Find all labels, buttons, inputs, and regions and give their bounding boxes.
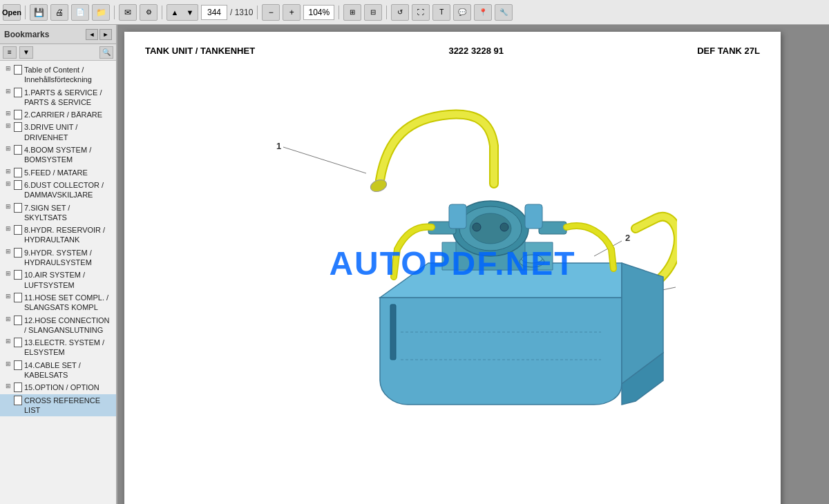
p12-icon (14, 316, 22, 325)
sidebar-item-p1[interactable]: ⊞ 1.PARTS & SERVICE / PARTS & SERVICE (0, 86, 116, 109)
sidebar-item-p13[interactable]: ⊞ 13.ELECTR. SYSTEM / ELSYSTEM (0, 336, 116, 359)
rotate-button[interactable]: ↺ (391, 4, 409, 21)
p9-icon (14, 248, 22, 258)
save-button[interactable]: 💾 (30, 4, 48, 21)
sidebar-expand-button[interactable]: ► (99, 29, 112, 40)
separator-2 (114, 6, 115, 19)
page-title-left: TANK UNIT / TANKENHET (145, 46, 255, 56)
sidebar-list-view-button[interactable]: ≡ (3, 46, 17, 59)
svg-rect-14 (525, 204, 542, 229)
tree-expand-p15: ⊞ (4, 382, 12, 391)
sidebar-item-p15[interactable]: ⊞ 15.OPTION / OPTION (0, 381, 116, 394)
sidebar-item-p14[interactable]: ⊞ 14.CABLE SET / KABELSATS (0, 359, 116, 382)
scan-button[interactable]: 📄 (71, 4, 89, 21)
annotation-button[interactable]: 💬 (453, 4, 471, 21)
p3-label: 3.DRIVE UNIT / DRIVENHET (24, 122, 113, 142)
crl-label: CROSS REFERENCE LIST (24, 396, 113, 416)
sidebar-options-button[interactable]: ▼ (19, 46, 33, 59)
zoom-out-button[interactable]: − (262, 4, 280, 21)
svg-rect-12 (539, 222, 566, 234)
tree-expand-p7: ⊞ (4, 203, 12, 211)
p7-label: 7.SIGN SET / SKYLTSATS (24, 203, 113, 223)
document-page: TANK UNIT / TANKENHET 3222 3228 91 DEF T… (124, 32, 781, 504)
p2-label: 2.CARRIER / BÄRARE (24, 110, 113, 119)
separator-3 (162, 6, 162, 19)
sidebar-item-p5[interactable]: ⊞ 5.FEED / MATARE (0, 166, 116, 179)
sidebar-item-crl[interactable]: CROSS REFERENCE LIST (0, 394, 116, 417)
p10-icon (14, 270, 22, 280)
fit-width-button[interactable]: ⊞ (343, 4, 361, 21)
folder-button[interactable]: 📁 (92, 4, 110, 21)
sidebar-item-p8[interactable]: ⊞ 8.HYDR. RESERVOIR / HYDRAULTANK (0, 224, 116, 246)
tree-expand-p3: ⊞ (4, 122, 12, 130)
sidebar-item-p2[interactable]: ⊞ 2.CARRIER / BÄRARE (0, 108, 116, 121)
sidebar-item-p12[interactable]: ⊞ 12.HOSE CONNECTION / SLANGANSLUTNING (0, 314, 116, 337)
main-area: Bookmarks ◄ ► ≡ ▼ 🔍 ⊞ Table of Content /… (0, 25, 829, 504)
p5-icon (14, 168, 22, 177)
sidebar-item-p6[interactable]: ⊞ 6.DUST COLLECTOR / DAMMAVSKILJARE (0, 179, 116, 202)
p1-icon (14, 88, 22, 97)
p11-label: 11.HOSE SET COMPL. / SLANGSATS KOMPL (24, 293, 113, 313)
extra-button[interactable]: 🔧 (495, 4, 513, 21)
sidebar-item-toc[interactable]: ⊞ Table of Content / Innehållsförtecknin… (0, 64, 116, 86)
p4-label: 4.BOOM SYSTEM / BOMSYSTEM (24, 145, 113, 165)
separator-4 (257, 6, 258, 19)
tree-expand-p5: ⊞ (4, 168, 12, 176)
zoom-in-button[interactable]: + (283, 4, 301, 21)
p14-label: 14.CABLE SET / KABELSATS (24, 360, 113, 380)
svg-point-2 (369, 177, 388, 193)
p7-icon (14, 203, 22, 213)
sidebar-item-p7[interactable]: ⊞ 7.SIGN SET / SKYLTSATS (0, 202, 116, 224)
p13-label: 13.ELECTR. SYSTEM / ELSYSTEM (24, 338, 113, 358)
sidebar-item-p11[interactable]: ⊞ 11.HOSE SET COMPL. / SLANGSATS KOMPL (0, 291, 116, 314)
p13-icon (14, 338, 22, 347)
open-button[interactable]: Open (3, 4, 21, 21)
p12-label: 12.HOSE CONNECTION / SLANGANSLUTNING (24, 316, 113, 336)
tree-expand-p1: ⊞ (4, 88, 12, 96)
tree-expand-p6: ⊞ (4, 180, 12, 188)
svg-line-1 (283, 147, 366, 173)
fullscreen-button[interactable]: ⛶ (412, 4, 430, 21)
sidebar-search-button[interactable]: 🔍 (99, 46, 113, 59)
fit-page-button[interactable]: ⊟ (364, 4, 382, 21)
sidebar-collapse-button[interactable]: ◄ (86, 29, 98, 40)
sidebar-header: Bookmarks ◄ ► (0, 25, 116, 44)
svg-point-16 (500, 223, 508, 231)
total-pages-label: / 1310 (230, 8, 253, 17)
properties-button[interactable]: ⚙ (140, 4, 158, 21)
callout-button[interactable]: 📍 (474, 4, 492, 21)
svg-rect-21 (390, 304, 396, 360)
nav-up-button[interactable]: ▲ (167, 5, 182, 20)
text-tool-button[interactable]: T (432, 4, 450, 21)
nav-down-button[interactable]: ▼ (182, 5, 198, 20)
tree-expand-p12: ⊞ (4, 316, 12, 324)
separator-6 (386, 6, 387, 19)
sidebar-item-p3[interactable]: ⊞ 3.DRIVE UNIT / DRIVENHET (0, 121, 116, 144)
tree-expand-p11: ⊞ (4, 293, 12, 301)
sidebar-item-p4[interactable]: ⊞ 4.BOOM SYSTEM / BOMSYSTEM (0, 144, 116, 166)
email-button[interactable]: ✉ (119, 4, 137, 21)
toolbar: Open 💾 🖨 📄 📁 ✉ ⚙ ▲ ▼ / 1310 − + ⊞ ⊟ ↺ ⛶ … (0, 0, 829, 25)
p4-icon (14, 145, 22, 155)
p8-icon (14, 225, 22, 235)
separator-1 (25, 6, 26, 19)
p6-label: 6.DUST COLLECTOR / DAMMAVSKILJARE (24, 180, 113, 200)
p2-icon (14, 110, 22, 119)
print-button[interactable]: 🖨 (50, 4, 68, 21)
p15-icon (14, 382, 22, 392)
diagram-container: AUTOPDF.NET 1 (145, 63, 760, 463)
svg-rect-13 (449, 204, 466, 229)
svg-point-15 (473, 223, 481, 231)
svg-text:2: 2 (625, 233, 630, 243)
sidebar-item-p9[interactable]: ⊞ 9.HYDR. SYSTEM / HYDRAULSYSTEM (0, 246, 116, 269)
tree-expand-p2: ⊞ (4, 110, 12, 118)
crl-icon (14, 396, 22, 405)
page-number-input[interactable] (201, 5, 227, 20)
zoom-input[interactable] (303, 5, 334, 20)
tree-expand-toc: ⊞ (4, 65, 12, 73)
p8-label: 8.HYDR. RESERVOIR / HYDRAULTANK (24, 225, 113, 245)
p6-icon (14, 180, 22, 190)
tree-expand-p13: ⊞ (4, 338, 12, 346)
sidebar-item-p10[interactable]: ⊞ 10.AIR SYSTEM / LUFTSYSTEM (0, 269, 116, 291)
tree-expand-p9: ⊞ (4, 248, 12, 256)
